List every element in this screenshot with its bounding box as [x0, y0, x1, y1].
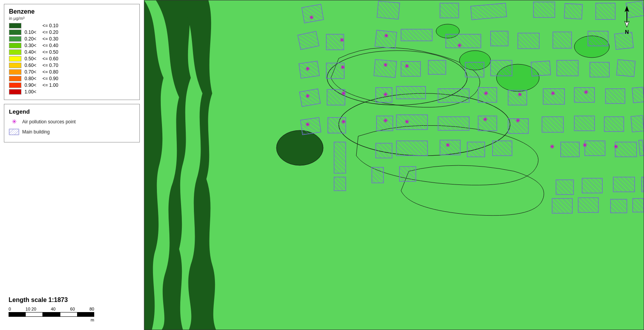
svg-text:✳: ✳ — [551, 90, 555, 97]
svg-text:✳: ✳ — [405, 63, 409, 69]
svg-rect-15 — [564, 4, 582, 19]
legend-prefix: 0.70< — [25, 69, 41, 75]
legend-color-swatch — [9, 63, 21, 68]
legend-value: <= 0.60 — [42, 56, 58, 61]
svg-text:✳: ✳ — [12, 118, 17, 125]
legend-color-swatch — [9, 82, 21, 88]
symbol-row-building: Main building — [9, 128, 135, 136]
svg-rect-22 — [446, 34, 481, 48]
svg-rect-38 — [616, 60, 635, 77]
legend-prefix: 0.90< — [25, 82, 41, 88]
building-swatch — [9, 129, 19, 135]
svg-rect-59 — [604, 117, 624, 132]
svg-text:✳: ✳ — [584, 89, 588, 95]
svg-text:N: N — [625, 29, 629, 35]
scale-bar-container: 0 10 20 40 60 80 m — [9, 307, 135, 322]
svg-rect-12 — [440, 3, 459, 18]
building-label: Main building — [22, 129, 50, 135]
svg-rect-32 — [428, 60, 446, 74]
legend-prefix: 0.20< — [25, 36, 41, 42]
svg-rect-67 — [561, 142, 579, 157]
legend-unit: in µg/m³ — [9, 16, 135, 21]
legend-color-swatch — [9, 43, 21, 48]
svg-point-4 — [276, 130, 323, 165]
svg-text:✳: ✳ — [614, 144, 618, 150]
svg-rect-50 — [301, 118, 321, 135]
legend-value: <= 0.10 — [42, 23, 58, 28]
svg-rect-48 — [605, 89, 625, 104]
legend-prefix: 0.30< — [25, 43, 41, 48]
color-legend: Benzene in µg/m³ <= 0.100.10<<= 0.200.20… — [4, 4, 140, 100]
svg-rect-73 — [399, 167, 416, 181]
legend-prefix: 1.00< — [25, 89, 41, 95]
legend-value: <= 1.00 — [42, 82, 58, 88]
svg-text:✳: ✳ — [340, 64, 345, 70]
svg-rect-71 — [334, 177, 346, 191]
svg-rect-66 — [493, 141, 512, 156]
svg-rect-26 — [588, 31, 608, 46]
legend-row: <= 0.10 — [9, 23, 135, 28]
legend-color-swatch — [9, 30, 21, 35]
svg-rect-16 — [596, 3, 615, 19]
svg-rect-69 — [615, 142, 637, 157]
svg-rect-78 — [552, 198, 572, 213]
symbol-legend-title: Legend — [9, 108, 135, 115]
svg-text:✳: ✳ — [341, 119, 346, 125]
legend-row: 0.80<<= 0.90 — [9, 76, 135, 81]
legend-prefix: 0.40< — [25, 49, 41, 55]
scale-bar — [9, 312, 94, 317]
legend-row: 0.90<<= 1.00 — [9, 82, 135, 88]
legend-value: <= 0.70 — [42, 63, 58, 68]
svg-text:✳: ✳ — [405, 119, 409, 125]
map-svg: ✳ ✳ ✳ ✳ ✳ ✳ ✳ ✳ ✳ ✳ ✳ ✳ ✳ ✳ ✳ ✳ ✳ ✳ ✳ ✳ … — [144, 0, 644, 330]
legend-color-swatch — [9, 36, 21, 42]
svg-text:✳: ✳ — [305, 93, 310, 99]
svg-rect-13 — [471, 3, 507, 20]
svg-text:✳: ✳ — [383, 62, 388, 68]
svg-rect-77 — [642, 177, 644, 192]
svg-rect-37 — [590, 62, 609, 77]
legend-row: 1.00< — [9, 89, 135, 95]
svg-rect-80 — [611, 199, 627, 213]
svg-rect-74 — [556, 180, 574, 195]
svg-text:✳: ✳ — [384, 33, 389, 39]
svg-rect-42 — [396, 86, 426, 99]
legend-value: <= 0.40 — [42, 43, 58, 48]
pollution-label: Air pollution sources point — [22, 119, 76, 125]
svg-text:✳: ✳ — [516, 118, 520, 124]
legend-prefix: 0.10< — [25, 30, 41, 35]
map-area: ✳ ✳ ✳ ✳ ✳ ✳ ✳ ✳ ✳ ✳ ✳ ✳ ✳ ✳ ✳ ✳ ✳ ✳ ✳ ✳ … — [144, 0, 644, 330]
svg-text:✳: ✳ — [340, 37, 344, 43]
svg-rect-35 — [531, 61, 551, 76]
legend-color-swatch — [9, 89, 21, 95]
scale-labels: 0 10 20 40 60 80 — [9, 307, 94, 311]
legend-row: 0.50<<= 0.60 — [9, 56, 135, 61]
legend-value: <= 0.20 — [42, 30, 58, 35]
svg-rect-79 — [578, 198, 598, 212]
svg-rect-81 — [633, 198, 644, 212]
svg-text:✳: ✳ — [341, 90, 346, 97]
svg-rect-24 — [518, 33, 539, 49]
svg-text:✳: ✳ — [483, 116, 487, 123]
legend-prefix: 0.80< — [25, 76, 41, 81]
svg-rect-36 — [557, 60, 578, 76]
svg-rect-65 — [467, 142, 485, 157]
building-swatch-icon — [9, 128, 19, 136]
legend-value: <= 0.30 — [42, 36, 58, 42]
legend-prefix: 0.60< — [25, 63, 41, 68]
svg-rect-57 — [542, 117, 563, 132]
scale-unit: m — [9, 318, 94, 322]
svg-rect-54 — [438, 117, 469, 130]
legend-color-swatch — [9, 49, 21, 55]
legend-value: <= 0.80 — [42, 69, 58, 75]
scale-box: Length scale 1:1873 0 10 20 40 60 80 m — [4, 293, 140, 326]
legend-prefix: 0.50< — [25, 56, 41, 61]
svg-rect-43 — [438, 89, 469, 102]
svg-rect-34 — [491, 60, 512, 76]
symbol-row-pollution: ✳ Air pollution sources point — [9, 118, 135, 126]
svg-text:✳: ✳ — [305, 66, 310, 72]
svg-rect-14 — [533, 2, 555, 18]
svg-rect-1 — [144, 0, 644, 330]
svg-text:✳: ✳ — [383, 91, 388, 98]
pollution-star-icon: ✳ — [9, 118, 19, 126]
